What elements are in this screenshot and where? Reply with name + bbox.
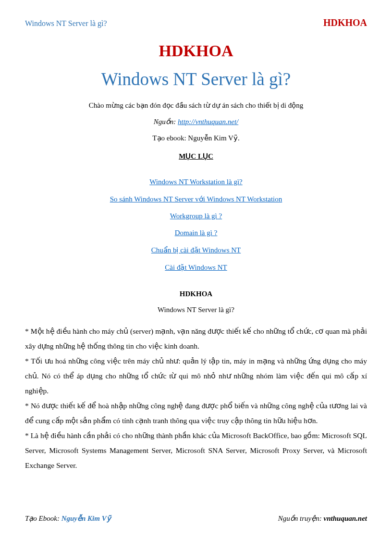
paragraph: * Một hệ điều hành cho máy chủ (server) …: [25, 324, 367, 353]
source-link[interactable]: http://vnthuquan.net/: [178, 118, 238, 126]
footer-left-name: Nguyễn Kim Vỹ: [61, 515, 111, 522]
header-right-brand: HDKHOA: [323, 17, 367, 28]
author-line: Tạo ebook: Nguyễn Kim Vỹ.: [25, 134, 367, 142]
title-main: Windows NT Server là gì?: [25, 69, 367, 89]
footer-right: Nguồn truyện: vnthuquan.net: [278, 514, 367, 523]
toc-link[interactable]: Cài đặt Windows NT: [25, 263, 367, 272]
toc-link[interactable]: Workgroup là gì ?: [25, 212, 367, 220]
page-footer: Tạo Ebook: Nguyễn Kim Vỹ Nguồn truyện: v…: [25, 514, 367, 523]
source-line: Nguồn: http://vnthuquan.net/: [25, 117, 367, 126]
page-header: Windows NT Server là gì? HDKHOA: [25, 17, 367, 28]
source-label: Nguồn:: [154, 118, 178, 126]
body-text: * Một hệ điều hành cho máy chủ (server) …: [25, 324, 367, 473]
toc-link[interactable]: Domain là gì ?: [25, 229, 367, 237]
footer-right-source: vnthuquan.net: [324, 515, 367, 522]
footer-left: Tạo Ebook: Nguyễn Kim Vỹ: [25, 514, 111, 523]
footer-left-label: Tạo Ebook: [25, 515, 57, 522]
toc-link[interactable]: So sánh Windows NT Server với Windows NT…: [25, 195, 367, 203]
intro-text: Chào mừng các bạn đón đọc đầu sách từ dự…: [25, 101, 367, 110]
toc-title: MỤC LỤC: [25, 152, 367, 161]
paragraph: * Tối ưu hoá những công việc trên máy ch…: [25, 353, 367, 398]
section-brand: HDKHOA: [25, 290, 367, 298]
section-title: Windows NT Server là gì?: [25, 306, 367, 314]
paragraph: * Là hệ điều hành cần phải có cho những …: [25, 428, 367, 473]
toc-link[interactable]: Windows NT Workstation là gì?: [25, 178, 367, 186]
title-brand: HDKHOA: [25, 42, 367, 60]
toc-list: Windows NT Workstation là gì? So sánh Wi…: [25, 178, 367, 272]
header-left-title: Windows NT Server là gì?: [25, 19, 107, 28]
footer-right-label: Nguồn truyện: [278, 515, 319, 522]
toc-link[interactable]: Chuẩn bị cài đặt Windows NT: [25, 246, 367, 254]
paragraph: * Nó được thiết kế để hoà nhập những côn…: [25, 398, 367, 428]
